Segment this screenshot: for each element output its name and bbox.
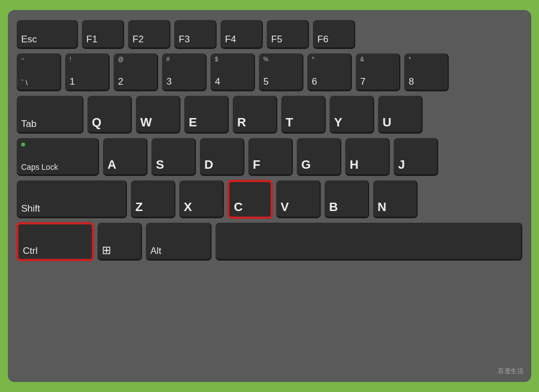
key-1[interactable]: ! 1: [65, 53, 110, 91]
key-n[interactable]: N: [373, 180, 418, 218]
key-6-label: 6: [312, 77, 317, 86]
key-x[interactable]: X: [179, 180, 224, 218]
key-asterisk: *: [409, 56, 411, 62]
key-x-label: X: [184, 201, 192, 213]
key-tilde: ~: [21, 56, 24, 62]
key-z[interactable]: Z: [131, 180, 175, 218]
key-t[interactable]: T: [281, 96, 326, 134]
key-z-label: Z: [135, 201, 143, 213]
key-space[interactable]: [215, 223, 522, 261]
key-v[interactable]: V: [276, 180, 321, 218]
key-8[interactable]: * 8: [404, 53, 449, 91]
keyboard: Esc F1 F2 F3 F4 F5 F6 ~ ` \ ! 1 @: [8, 10, 531, 382]
key-s[interactable]: S: [151, 138, 196, 176]
key-win-label: ⊞: [102, 244, 111, 256]
key-f4-label: F4: [225, 35, 236, 44]
key-y[interactable]: Y: [330, 96, 374, 134]
key-f4[interactable]: F4: [220, 20, 263, 49]
zxcv-row: Shift Z X C V B N: [17, 180, 522, 218]
key-ampersand: &: [360, 56, 364, 62]
key-2-label: 2: [118, 77, 123, 86]
key-j-label: J: [398, 159, 405, 171]
key-5[interactable]: % 5: [259, 53, 303, 91]
key-esc-label: Esc: [21, 35, 37, 44]
key-2[interactable]: @ 2: [114, 53, 158, 91]
key-r-label: R: [237, 116, 246, 129]
key-f5-label: F5: [271, 35, 282, 44]
key-g[interactable]: G: [297, 138, 341, 176]
key-f6[interactable]: F6: [313, 20, 355, 49]
key-y-label: Y: [334, 116, 342, 129]
key-c-label: C: [234, 201, 243, 213]
key-percent: %: [263, 56, 268, 62]
asdf-row: Caps Lock A S D F G H J: [17, 138, 522, 176]
key-shift-label: Shift: [21, 204, 40, 213]
key-1-label: 1: [70, 77, 75, 86]
key-caret: ^: [312, 56, 315, 62]
key-at: @: [118, 56, 124, 62]
key-f1[interactable]: F1: [82, 20, 124, 49]
key-shift[interactable]: Shift: [17, 180, 127, 218]
key-f3[interactable]: F3: [174, 20, 217, 49]
key-ctrl[interactable]: Ctrl: [17, 223, 94, 261]
key-e[interactable]: E: [184, 96, 229, 134]
key-b-label: B: [329, 201, 338, 213]
key-t-label: T: [286, 116, 293, 129]
key-f2[interactable]: F2: [128, 20, 170, 49]
key-f3-label: F3: [179, 35, 190, 44]
qwerty-row: Tab Q W E R T Y U: [17, 96, 522, 134]
fn-row: Esc F1 F2 F3 F4 F5 F6: [17, 20, 522, 49]
key-f6-label: F6: [317, 35, 329, 44]
key-tab-label: Tab: [21, 119, 36, 129]
key-w-label: W: [140, 116, 152, 129]
key-backtick[interactable]: ~ ` \: [17, 53, 61, 91]
key-b[interactable]: B: [325, 180, 369, 218]
key-6[interactable]: ^ 6: [307, 53, 352, 91]
key-alt[interactable]: Alt: [146, 223, 212, 261]
key-5-label: 5: [263, 77, 268, 86]
key-h-label: H: [350, 159, 359, 171]
number-row: ~ ` \ ! 1 @ 2 # 3 $ 4 % 5 ^ 6 & 7: [17, 53, 522, 91]
key-capslock[interactable]: Caps Lock: [17, 138, 99, 176]
key-alt-label: Alt: [150, 246, 161, 256]
key-u[interactable]: U: [378, 96, 423, 134]
key-4-label: 4: [215, 77, 220, 86]
key-hash: #: [166, 56, 170, 62]
key-n-label: N: [378, 201, 386, 213]
key-3[interactable]: # 3: [162, 53, 207, 91]
key-f[interactable]: F: [248, 138, 293, 176]
key-g-label: G: [301, 159, 311, 171]
key-dollar: $: [215, 56, 218, 62]
key-q[interactable]: Q: [87, 96, 132, 134]
key-v-label: V: [281, 201, 289, 213]
key-d[interactable]: D: [200, 138, 244, 176]
key-j[interactable]: J: [394, 138, 438, 176]
key-f-label: F: [253, 159, 260, 171]
key-f5[interactable]: F5: [267, 20, 309, 49]
key-d-label: D: [204, 159, 213, 171]
key-c[interactable]: C: [228, 180, 272, 218]
key-win[interactable]: ⊞: [97, 223, 142, 261]
key-exclaim: !: [70, 56, 71, 62]
key-u-label: U: [383, 116, 391, 129]
key-esc[interactable]: Esc: [17, 20, 78, 49]
bottom-row: Ctrl ⊞ Alt: [17, 223, 522, 261]
key-r[interactable]: R: [233, 96, 277, 134]
key-tab[interactable]: Tab: [17, 96, 84, 134]
key-8-label: 8: [409, 77, 414, 86]
key-a[interactable]: A: [103, 138, 148, 176]
key-f1-label: F1: [86, 35, 97, 44]
key-h[interactable]: H: [345, 138, 390, 176]
caps-lock-indicator: [21, 143, 25, 146]
key-f2-label: F2: [133, 35, 144, 44]
key-s-label: S: [156, 159, 164, 171]
key-e-label: E: [189, 116, 197, 129]
key-4[interactable]: $ 4: [210, 53, 255, 91]
key-q-label: Q: [92, 116, 101, 129]
key-w[interactable]: W: [136, 96, 180, 134]
key-3-label: 3: [166, 77, 171, 86]
key-backtick-label: ` \: [21, 79, 28, 86]
watermark: 百度生活: [498, 367, 523, 375]
key-7[interactable]: & 7: [356, 53, 400, 91]
key-capslock-label: Caps Lock: [21, 163, 58, 171]
